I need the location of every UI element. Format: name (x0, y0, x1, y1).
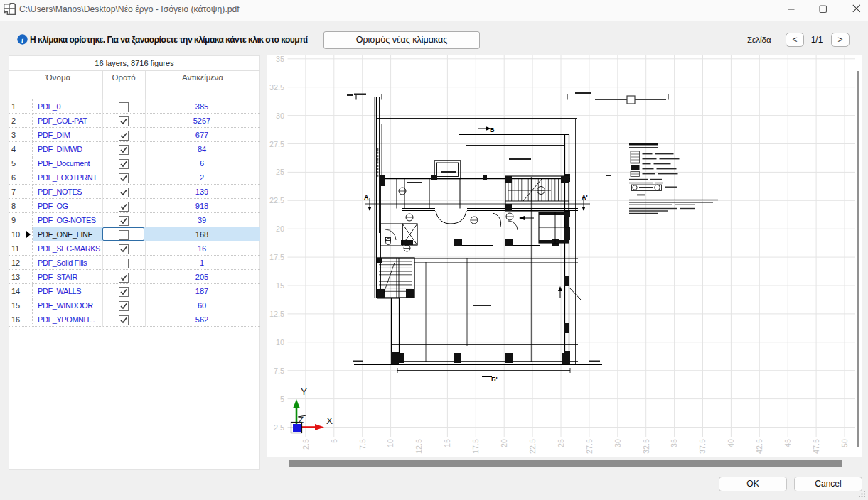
svg-text:20: 20 (276, 224, 284, 233)
svg-text:A': A' (582, 194, 588, 201)
svg-text:20: 20 (500, 439, 508, 447)
svg-text:32.5: 32.5 (642, 439, 650, 454)
svg-text:42.5: 42.5 (755, 439, 763, 454)
svg-text:25: 25 (557, 439, 565, 447)
svg-text:15: 15 (443, 439, 451, 447)
svg-text:X: X (326, 415, 333, 426)
svg-text:22.5: 22.5 (269, 196, 284, 205)
svg-text:27.5: 27.5 (585, 439, 594, 454)
svg-text:10: 10 (386, 439, 395, 447)
svg-text:35: 35 (670, 439, 678, 447)
svg-text:27.5: 27.5 (269, 140, 284, 148)
svg-text:7.5: 7.5 (274, 366, 284, 375)
svg-text:35: 35 (276, 55, 284, 63)
svg-text:7.5: 7.5 (358, 439, 367, 450)
svg-text:50: 50 (840, 439, 849, 447)
svg-text:32.5: 32.5 (269, 83, 284, 92)
svg-text:45: 45 (783, 439, 792, 447)
svg-text:12.5: 12.5 (414, 439, 423, 454)
svg-text:Б: Б (490, 126, 495, 134)
svg-text:30: 30 (276, 112, 284, 120)
svg-text:10: 10 (276, 338, 284, 347)
svg-text:17.5: 17.5 (269, 253, 284, 261)
svg-text:Б': Б' (491, 376, 498, 383)
svg-text:17.5: 17.5 (471, 439, 480, 454)
svg-text:22.5: 22.5 (528, 439, 537, 454)
svg-text:40: 40 (727, 439, 735, 447)
svg-text:5: 5 (330, 439, 338, 443)
svg-text:5: 5 (280, 395, 284, 403)
svg-text:37.5: 37.5 (698, 439, 707, 454)
svg-text:2.5: 2.5 (274, 423, 284, 432)
svg-text:Y: Y (301, 386, 307, 397)
svg-text:15: 15 (276, 281, 284, 290)
svg-text:2.5: 2.5 (301, 439, 310, 450)
svg-text:A: A (364, 194, 369, 201)
svg-text:25: 25 (276, 168, 284, 176)
svg-text:30: 30 (614, 439, 622, 447)
svg-text:12.5: 12.5 (269, 310, 284, 318)
svg-text:47.5: 47.5 (812, 439, 820, 454)
